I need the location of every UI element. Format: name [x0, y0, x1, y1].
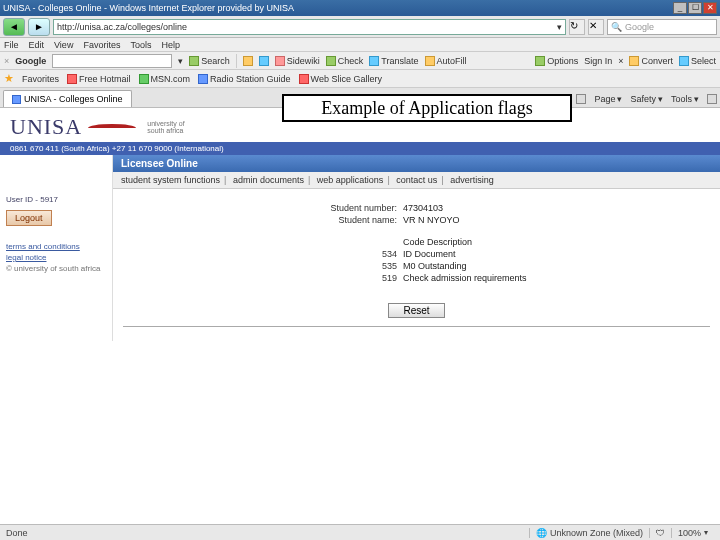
- window-title: UNISA - Colleges Online - Windows Intern…: [3, 3, 673, 13]
- menu-favorites[interactable]: Favorites: [83, 40, 120, 50]
- menu-help[interactable]: Help: [161, 40, 180, 50]
- legal-link[interactable]: legal notice: [6, 253, 106, 262]
- help-button[interactable]: [707, 94, 717, 104]
- tools-menu[interactable]: Tools▾: [671, 94, 699, 104]
- google-search-button[interactable]: Search: [189, 56, 230, 66]
- toolbar-icon-1[interactable]: [243, 56, 253, 66]
- subnav-student-functions[interactable]: student system functions: [121, 175, 220, 185]
- stop-button[interactable]: ✕: [588, 19, 604, 35]
- status-bar: Done 🌐 Unknown Zone (Mixed) 🛡 100% ▾: [0, 524, 720, 540]
- zoom-control[interactable]: 100% ▾: [671, 528, 714, 538]
- back-button[interactable]: ◄: [3, 18, 25, 36]
- webslice-icon: [299, 74, 309, 84]
- translate-icon: [369, 56, 379, 66]
- browser-search-input[interactable]: 🔍 Google: [607, 19, 717, 35]
- sidewiki-button[interactable]: Sidewiki: [275, 56, 320, 66]
- autofill-button[interactable]: AutoFill: [425, 56, 467, 66]
- address-dropdown-icon[interactable]: ▾: [557, 22, 562, 32]
- subnav-advertising[interactable]: advertising: [450, 175, 494, 185]
- toolbar-close2-icon[interactable]: ×: [618, 56, 623, 66]
- back-icon: ◄: [9, 21, 19, 32]
- shield-icon: 🛡: [656, 528, 665, 538]
- close-button[interactable]: ✕: [703, 2, 717, 14]
- check-button[interactable]: Check: [326, 56, 364, 66]
- fav-item-radio[interactable]: Radio Station Guide: [198, 74, 291, 84]
- status-zone: 🌐 Unknown Zone (Mixed): [529, 528, 649, 538]
- reset-button[interactable]: Reset: [388, 303, 444, 318]
- unisa-strapline: university of south africa: [147, 120, 189, 134]
- select-button[interactable]: Select: [679, 56, 716, 66]
- menu-file[interactable]: File: [4, 40, 19, 50]
- reset-row: Reset: [123, 299, 710, 327]
- minimize-button[interactable]: _: [673, 2, 687, 14]
- code-0: 534: [123, 249, 403, 259]
- fav-item-msn[interactable]: MSN.com: [139, 74, 191, 84]
- browser-navbar: ◄ ► http://unisa.ac.za/colleges/online ▾…: [0, 16, 720, 38]
- student-number-label: Student number:: [123, 203, 403, 213]
- msn-icon: [139, 74, 149, 84]
- search-placeholder: Google: [625, 22, 654, 32]
- search-icon: 🔍: [611, 22, 622, 32]
- browser-menubar: File Edit View Favorites Tools Help: [0, 38, 720, 52]
- unisa-contact-bar: 0861 670 411 (South Africa) +27 11 670 9…: [0, 142, 720, 155]
- address-bar[interactable]: http://unisa.ac.za/colleges/online ▾: [53, 19, 566, 35]
- google-search-dropdown-icon[interactable]: ▾: [178, 56, 183, 66]
- wrench-icon: [535, 56, 545, 66]
- forward-icon: ►: [34, 21, 44, 32]
- desc-1: M0 Outstanding: [403, 261, 467, 271]
- page-menu[interactable]: Page▾: [594, 94, 622, 104]
- sidewiki-icon: [275, 56, 285, 66]
- window-buttons: _ ☐ ✕: [673, 2, 717, 14]
- options-button[interactable]: Options: [535, 56, 578, 66]
- content-subnav: student system functions| admin document…: [113, 172, 720, 189]
- favorites-bar: ★ Favorites Free Hotmail MSN.com Radio S…: [0, 70, 720, 88]
- subnav-web-applications[interactable]: web applications: [317, 175, 384, 185]
- logout-button[interactable]: Logout: [6, 210, 52, 226]
- window-titlebar: UNISA - Colleges Online - Windows Intern…: [0, 0, 720, 16]
- safety-menu[interactable]: Safety▾: [630, 94, 663, 104]
- google-search-input[interactable]: [52, 54, 172, 68]
- tab-active[interactable]: UNISA - Colleges Online: [3, 90, 132, 107]
- subnav-contact-us[interactable]: contact us: [396, 175, 437, 185]
- print-button[interactable]: [576, 94, 586, 104]
- favorites-label[interactable]: Favorites: [22, 74, 59, 84]
- refresh-icon: ↻: [570, 20, 578, 31]
- search-go-icon: [189, 56, 199, 66]
- unisa-flame-icon: [88, 120, 143, 134]
- fav-item-webslice[interactable]: Web Slice Gallery: [299, 74, 382, 84]
- tab-title: UNISA - Colleges Online: [24, 94, 123, 104]
- refresh-button[interactable]: ↻: [569, 19, 585, 35]
- fav-item-hotmail[interactable]: Free Hotmail: [67, 74, 131, 84]
- chevron-down-icon: ▾: [617, 94, 622, 104]
- signin-button[interactable]: Sign In: [584, 56, 612, 66]
- menu-view[interactable]: View: [54, 40, 73, 50]
- maximize-button[interactable]: ☐: [688, 2, 702, 14]
- menu-tools[interactable]: Tools: [130, 40, 151, 50]
- subnav-admin-documents[interactable]: admin documents: [233, 175, 304, 185]
- help-icon: [707, 94, 717, 104]
- stop-icon: ✕: [589, 20, 597, 31]
- terms-link[interactable]: terms and conditions: [6, 242, 106, 251]
- menu-edit[interactable]: Edit: [29, 40, 45, 50]
- favorites-star-icon[interactable]: ★: [4, 72, 14, 85]
- toolbar-close-icon[interactable]: ×: [4, 56, 9, 66]
- content-banner: Licensee Online: [113, 155, 720, 172]
- autofill-icon: [425, 56, 435, 66]
- main-area: User ID - 5917 Logout terms and conditio…: [0, 155, 720, 341]
- radio-icon: [198, 74, 208, 84]
- convert-icon: [629, 56, 639, 66]
- translate-button[interactable]: Translate: [369, 56, 418, 66]
- convert-button[interactable]: Convert: [629, 56, 673, 66]
- protected-mode: 🛡: [649, 528, 671, 538]
- toolbar-icon-2[interactable]: [259, 56, 269, 66]
- forward-button[interactable]: ►: [28, 18, 50, 36]
- content-panel: Licensee Online student system functions…: [112, 155, 720, 341]
- chevron-down-icon: ▾: [704, 528, 708, 537]
- address-text: http://unisa.ac.za/colleges/online: [57, 22, 187, 32]
- student-name-label: Student name:: [123, 215, 403, 225]
- user-id-label: User ID - 5917: [6, 195, 106, 204]
- zoom-value: 100%: [678, 528, 701, 538]
- chevron-down-icon: ▾: [658, 94, 663, 104]
- globe-icon: 🌐: [536, 528, 547, 538]
- details-panel: Student number:47304103 Student name:VR …: [113, 189, 720, 341]
